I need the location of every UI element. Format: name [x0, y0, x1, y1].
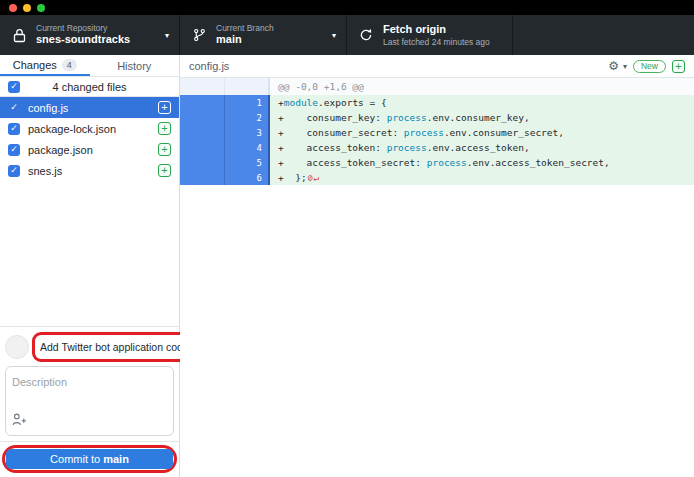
- titlebar: [0, 0, 694, 15]
- commit-summary-input[interactable]: Add Twitter bot application code: [40, 341, 189, 353]
- file-name: config.js: [28, 102, 150, 114]
- no-newline-icon: ⊘↵: [308, 172, 319, 183]
- added-status-icon: +: [158, 101, 171, 114]
- file-name: snes.js: [28, 165, 150, 177]
- file-checkbox[interactable]: ✓: [8, 123, 20, 135]
- branch-label: Current Branch: [216, 23, 328, 34]
- diff-header: config.js ⚙ ▾ New +: [180, 55, 694, 78]
- fetch-label: Fetch origin: [383, 23, 502, 37]
- close-button[interactable]: [9, 4, 17, 12]
- commit-to-main-button[interactable]: Commit to main: [6, 449, 173, 469]
- line-number: 2: [225, 110, 270, 125]
- file-row-package-json[interactable]: ✓ package.json +: [0, 139, 179, 160]
- file-row-package-lock-json[interactable]: ✓ package-lock.json +: [0, 118, 179, 139]
- new-file-badge: New: [633, 60, 666, 73]
- added-status-icon: +: [158, 164, 171, 177]
- diff-view: config.js ⚙ ▾ New + @@ -0,0 +1,6 @@ 1 +m…: [180, 55, 694, 477]
- file-checkbox[interactable]: ✓: [8, 144, 20, 156]
- commit-form: Add Twitter bot application code Descrip…: [0, 326, 179, 477]
- lock-icon: [10, 28, 28, 43]
- changed-files-count: 4 changed files: [53, 81, 127, 93]
- zoom-button[interactable]: [37, 4, 45, 12]
- current-branch-dropdown[interactable]: Current Branch main ▾: [180, 15, 347, 55]
- line-number: 4: [225, 140, 270, 155]
- hunk-header-text: @@ -0,0 +1,6 @@: [270, 78, 694, 95]
- sidebar-tabs: Changes 4 History: [0, 55, 179, 77]
- added-status-icon: +: [672, 60, 685, 73]
- file-name: package.json: [28, 144, 150, 156]
- chevron-down-icon: ▾: [165, 31, 169, 40]
- diff-line[interactable]: 3 + consumer_secret: process.env.consume…: [180, 125, 694, 140]
- chevron-down-icon: ▾: [332, 31, 336, 40]
- github-desktop-window: Current Repository snes-soundtracks ▾ Cu…: [0, 0, 694, 477]
- avatar: [5, 335, 29, 359]
- repository-label: Current Repository: [36, 23, 161, 34]
- diff-line[interactable]: 5 + access_token_secret: process.env.acc…: [180, 155, 694, 170]
- summary-annotation-highlight: Add Twitter bot application code: [32, 332, 197, 362]
- git-branch-icon: [190, 28, 208, 42]
- line-number: 5: [225, 155, 270, 170]
- added-status-icon: +: [158, 143, 171, 156]
- changes-sidebar: Changes 4 History ✓ 4 changed files ✓ co…: [0, 55, 180, 477]
- file-checkbox[interactable]: ✓: [8, 102, 20, 114]
- select-all-checkbox[interactable]: ✓: [8, 81, 20, 93]
- branch-name: main: [216, 33, 328, 47]
- add-coauthor-icon[interactable]: [12, 412, 27, 430]
- diff-file-title: config.js: [189, 60, 602, 72]
- commit-branch-name: main: [103, 453, 129, 465]
- hunk-header-row: @@ -0,0 +1,6 @@: [180, 78, 694, 95]
- diff-line[interactable]: 2 + consumer_key: process.env.consumer_k…: [180, 110, 694, 125]
- file-row-snes-js[interactable]: ✓ snes.js +: [0, 160, 179, 181]
- file-checkbox[interactable]: ✓: [8, 165, 20, 177]
- description-placeholder: Description: [12, 376, 67, 388]
- sidebar-spacer: [0, 181, 179, 326]
- commit-annotation-highlight: Commit to main: [2, 445, 177, 473]
- tab-history[interactable]: History: [90, 55, 180, 76]
- line-number: 3: [225, 125, 270, 140]
- gear-icon[interactable]: ⚙: [608, 60, 619, 72]
- minimize-button[interactable]: [23, 4, 31, 12]
- repository-name: snes-soundtracks: [36, 33, 161, 47]
- line-number: 1: [225, 95, 270, 110]
- tab-changes-label: Changes: [13, 59, 57, 71]
- toolbar: Current Repository snes-soundtracks ▾ Cu…: [0, 15, 694, 55]
- fetch-origin-button[interactable]: Fetch origin Last fetched 24 minutes ago: [347, 15, 513, 55]
- tab-history-label: History: [117, 60, 151, 72]
- line-number: 6: [225, 170, 270, 185]
- diff-line[interactable]: 1 +module.exports = {: [180, 95, 694, 110]
- file-row-config-js[interactable]: ✓ config.js +: [0, 97, 179, 118]
- changed-files-header: ✓ 4 changed files: [0, 77, 179, 97]
- fetch-sublabel: Last fetched 24 minutes ago: [383, 37, 502, 48]
- changes-count-badge: 4: [62, 59, 77, 71]
- commit-description-input[interactable]: Description: [5, 366, 174, 436]
- current-repository-dropdown[interactable]: Current Repository snes-soundtracks ▾: [0, 15, 180, 55]
- file-list: ✓ config.js + ✓ package-lock.json + ✓ pa…: [0, 97, 179, 181]
- diff-line[interactable]: 4 + access_token: process.env.access_tok…: [180, 140, 694, 155]
- added-status-icon: +: [158, 122, 171, 135]
- sync-icon: [357, 28, 375, 42]
- diff-line[interactable]: 6 + };⊘↵: [180, 170, 694, 185]
- file-name: package-lock.json: [28, 123, 150, 135]
- tab-changes[interactable]: Changes 4: [0, 55, 90, 76]
- chevron-down-icon[interactable]: ▾: [623, 62, 627, 71]
- diff-content: @@ -0,0 +1,6 @@ 1 +module.exports = { 2 …: [180, 78, 694, 185]
- commit-footer: Commit to main: [0, 441, 179, 473]
